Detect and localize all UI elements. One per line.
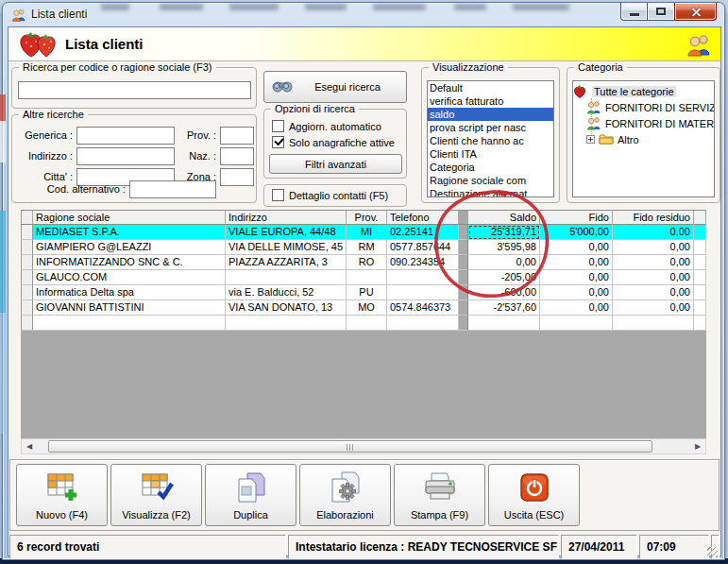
indirizzo-field[interactable]	[76, 147, 175, 165]
table-row-glauco-com[interactable]: GLAUCO.COM-205,000,000,00	[21, 270, 706, 285]
list-item-saldo[interactable]: saldo	[428, 108, 553, 121]
table-row-mediaset-s-p-a[interactable]: MEDIASET S.P.A.VIALE EUROPA, 44/48MI02.2…	[21, 225, 706, 240]
generica-field[interactable]	[76, 127, 175, 145]
list-item-default[interactable]: Default	[428, 81, 553, 94]
caption-buttons	[620, 3, 717, 21]
client-area: Lista clienti Ricerca per codice o ragio…	[8, 26, 721, 556]
scrollbar-thumb[interactable]	[48, 440, 652, 453]
maximize-button[interactable]	[648, 3, 674, 21]
cell-blank	[33, 316, 226, 331]
cell-indirizzo	[226, 270, 347, 285]
checkbox-dettaglio-contatti[interactable]: Dettaglio contatti (F5)	[272, 189, 388, 201]
resize-grip[interactable]	[711, 535, 720, 559]
copy-icon	[233, 470, 269, 505]
esegui-ricerca-button[interactable]: Esegui ricerca	[263, 71, 407, 103]
list-item-categoria[interactable]: Categoria	[428, 161, 553, 174]
horizontal-scrollbar[interactable]: ◀ ▶	[21, 438, 706, 454]
cell-saldo: -2'537,60	[468, 300, 540, 316]
list-item-ragione-sociale-com[interactable]: Ragione sociale com	[428, 174, 553, 187]
list-item-verifica-fatturato[interactable]: verifica fatturato	[428, 94, 553, 108]
table-row-informatizzando-snc-c[interactable]: INFORMATIZZANDO SNC & C.PIAZZA AZZARITA,…	[21, 255, 706, 270]
cod-alternativo-label: Cod. alternativo :	[18, 183, 126, 195]
scroll-right-icon[interactable]: ▶	[690, 439, 705, 453]
cell-telefono	[387, 285, 459, 300]
search-input[interactable]	[18, 81, 251, 99]
toolbar-button-visualizza-f2[interactable]: Visualizza (F2)	[110, 464, 202, 526]
strawberries-icon	[18, 30, 61, 62]
close-button[interactable]	[674, 3, 717, 21]
background-artifact	[160, 4, 203, 10]
toolbar-button-stampa-f9[interactable]: Stampa (F9)	[394, 464, 485, 526]
indirizzo-label: Indirizzo :	[18, 150, 73, 162]
background-artifact	[229, 4, 279, 10]
tree-item-tutte-le-categorie[interactable]: Tutte le categorie	[573, 83, 714, 99]
cell-telefono	[387, 270, 459, 285]
column-header-ragione-sociale[interactable]: Ragione sociale	[33, 210, 226, 225]
expand-plus-icon[interactable]	[586, 135, 595, 144]
column-header-saldo[interactable]: Saldo	[468, 210, 540, 225]
toolbar-button-elaborazioni[interactable]: Elaborazioni	[299, 464, 391, 526]
prov-field[interactable]	[220, 127, 254, 145]
table-row-giampiero-g-leazzi[interactable]: GIAMPIERO G@LEAZZIVIA DELLE MIMOSE, 45RM…	[21, 240, 706, 255]
checkbox-label: Solo anagrafiche attive	[289, 137, 395, 148]
cell-fido_residuo: 0,00	[613, 225, 694, 240]
checkbox-solo-anagrafiche[interactable]: Solo anagrafiche attive	[272, 136, 395, 148]
visualizzazione-listbox[interactable]: Defaultverifica fatturatosaldoprova scri…	[427, 80, 554, 197]
cell-telefono: 0577.857644	[387, 240, 459, 255]
column-header-fido-residuo[interactable]: Fido residuo	[613, 210, 694, 225]
cell-ragione_sociale: Informatica Delta spa	[33, 285, 226, 300]
column-header-telefono[interactable]: Telefono	[387, 210, 459, 225]
categoria-label: Categoria	[574, 61, 627, 73]
toolbar-button-label: Visualizza (F2)	[122, 509, 191, 521]
filtri-avanzati-button[interactable]: Filtri avanzati	[269, 154, 402, 174]
tree-item-fornitori-di-materiale[interactable]: FORNITORI DI MATERIALE	[573, 115, 714, 131]
table-add-icon	[44, 470, 80, 505]
list-item-prova-script-per-nasc[interactable]: prova script per nasc	[428, 121, 553, 134]
background-artifact	[0, 94, 6, 121]
table-row-informatica-delta-spa[interactable]: Informatica Delta spavia E. Balducci, 52…	[21, 285, 706, 300]
cell-fido: 0,00	[540, 255, 613, 270]
toolbar-button-label: Uscita (ESC)	[504, 509, 565, 521]
cell-blank	[347, 316, 387, 331]
list-item-clienti-ita[interactable]: Clienti ITA	[428, 147, 553, 161]
cell-fido_residuo: 0,00	[613, 270, 694, 285]
cod-alternativo-field[interactable]	[129, 180, 216, 198]
cell-ind	[21, 240, 33, 255]
categoria-tree[interactable]: Tutte le categorieFORNITORI DI SERVIZIFO…	[572, 80, 715, 197]
cell-saldo: 3'595,98	[468, 240, 540, 255]
esegui-ricerca-label: Esegui ricerca	[314, 81, 381, 93]
column-header-prov[interactable]: Prov.	[347, 210, 387, 225]
zona-field[interactable]	[220, 168, 254, 186]
cell-blank	[694, 316, 706, 331]
table-row-giovanni-battistini[interactable]: GIOVANNI BATTISTINIVIA SAN DONATO, 13MO0…	[21, 300, 706, 316]
list-item-clienti-che-hanno-ac[interactable]: Clienti che hanno ac	[428, 134, 553, 147]
toolbar-button-label: Nuovo (F4)	[36, 509, 88, 521]
column-header-fido[interactable]: Fido	[540, 210, 613, 225]
checkbox-aggiorn-automatico[interactable]: Aggiorn. automatico	[272, 120, 381, 132]
checkbox-label: Aggiorn. automatico	[289, 121, 381, 132]
cell-fido: 0,00	[540, 270, 613, 285]
tree-item-label: Tutte le categorie	[592, 86, 676, 97]
column-header-indirizzo[interactable]: Indirizzo	[226, 210, 347, 225]
scroll-left-icon[interactable]: ◀	[22, 439, 37, 453]
tree-item-fornitori-di-servizi[interactable]: FORNITORI DI SERVIZI	[573, 99, 714, 115]
other-search-label: Altre ricerche	[19, 109, 88, 120]
toolbar-button-nuovo-f4[interactable]: Nuovo (F4)	[16, 464, 108, 526]
minimize-button[interactable]	[620, 3, 648, 21]
opzioni-ricerca-group: Opzioni di ricerca Aggiorn. automatico S…	[263, 109, 407, 179]
cell-telefono: 0574.846373	[387, 300, 459, 316]
cell-saldo: -205,00	[468, 270, 540, 285]
cell-saldo: -600,00	[468, 285, 540, 300]
cell-sep	[459, 240, 468, 255]
toolbar-button-uscita-esc[interactable]: Uscita (ESC)	[488, 464, 580, 526]
cell-ragione_sociale: GIOVANNI BATTISTINI	[33, 300, 226, 316]
cell-sep	[459, 300, 468, 316]
cell-prov: PU	[347, 285, 387, 300]
toolbar-button-duplica[interactable]: Duplica	[205, 464, 296, 526]
titlebar[interactable]: Lista clienti	[3, 3, 724, 26]
column-header-blank	[459, 210, 468, 225]
naz-field[interactable]	[220, 147, 254, 165]
checkbox-icon	[272, 136, 284, 148]
tree-item-altro[interactable]: Altro	[573, 131, 714, 147]
list-item-destinazione-alternat[interactable]: Destinazione alternat	[428, 187, 553, 197]
